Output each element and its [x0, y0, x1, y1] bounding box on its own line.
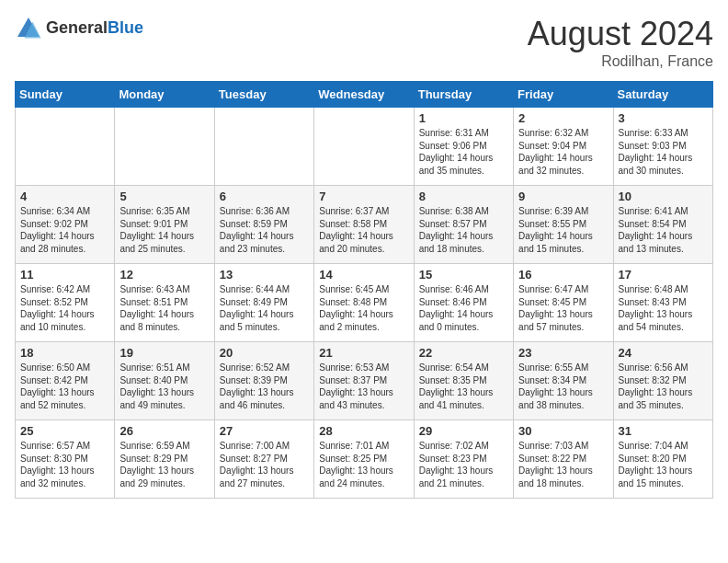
calendar-cell: 30Sunrise: 7:03 AM Sunset: 8:22 PM Dayli… — [514, 420, 613, 499]
day-content: Sunrise: 6:31 AM Sunset: 9:06 PM Dayligh… — [419, 127, 508, 177]
day-number: 17 — [619, 268, 708, 282]
calendar-cell: 15Sunrise: 6:46 AM Sunset: 8:46 PM Dayli… — [414, 264, 513, 342]
day-number: 18 — [20, 346, 109, 360]
day-number: 10 — [619, 190, 708, 203]
day-content: Sunrise: 6:33 AM Sunset: 9:03 PM Dayligh… — [619, 127, 708, 177]
calendar-cell: 11Sunrise: 6:42 AM Sunset: 8:52 PM Dayli… — [16, 264, 115, 342]
day-content: Sunrise: 7:01 AM Sunset: 8:25 PM Dayligh… — [319, 440, 408, 489]
location: Rodilhan, France — [528, 53, 713, 70]
day-number: 12 — [119, 268, 209, 282]
calendar-cell: 24Sunrise: 6:56 AM Sunset: 8:32 PM Dayli… — [613, 342, 712, 420]
logo-general: General — [46, 19, 108, 38]
calendar-cell — [214, 108, 313, 186]
day-content: Sunrise: 6:56 AM Sunset: 8:32 PM Dayligh… — [619, 362, 708, 411]
day-content: Sunrise: 6:32 AM Sunset: 9:04 PM Dayligh… — [518, 127, 608, 177]
calendar-cell: 21Sunrise: 6:53 AM Sunset: 8:37 PM Dayli… — [314, 342, 414, 420]
calendar-cell: 28Sunrise: 7:01 AM Sunset: 8:25 PM Dayli… — [314, 420, 414, 499]
calendar-cell: 26Sunrise: 6:59 AM Sunset: 8:29 PM Dayli… — [115, 420, 214, 499]
day-number: 9 — [518, 190, 608, 203]
day-content: Sunrise: 6:39 AM Sunset: 8:55 PM Dayligh… — [518, 205, 608, 255]
day-number: 31 — [619, 424, 708, 438]
calendar-table: SundayMondayTuesdayWednesdayThursdayFrid… — [15, 81, 713, 499]
day-number: 2 — [518, 111, 608, 125]
day-number: 6 — [220, 190, 309, 203]
day-number: 5 — [119, 190, 209, 203]
day-number: 27 — [220, 424, 309, 438]
logo-blue: Blue — [108, 19, 143, 38]
days-header-row: SundayMondayTuesdayWednesdayThursdayFrid… — [16, 82, 713, 108]
day-header-thursday: Thursday — [414, 82, 513, 108]
day-number: 28 — [319, 424, 408, 438]
day-content: Sunrise: 6:48 AM Sunset: 8:43 PM Dayligh… — [619, 283, 708, 333]
calendar-cell: 25Sunrise: 6:57 AM Sunset: 8:30 PM Dayli… — [16, 420, 115, 499]
day-number: 25 — [20, 424, 109, 438]
calendar-cell: 22Sunrise: 6:54 AM Sunset: 8:35 PM Dayli… — [414, 342, 513, 420]
day-number: 7 — [319, 190, 408, 203]
calendar-cell: 10Sunrise: 6:41 AM Sunset: 8:54 PM Dayli… — [613, 186, 712, 264]
day-number: 20 — [220, 346, 309, 360]
calendar-week-2: 4Sunrise: 6:34 AM Sunset: 9:02 PM Daylig… — [16, 186, 713, 264]
day-content: Sunrise: 7:04 AM Sunset: 8:20 PM Dayligh… — [619, 440, 708, 489]
calendar-cell: 7Sunrise: 6:37 AM Sunset: 8:58 PM Daylig… — [314, 186, 414, 264]
day-content: Sunrise: 6:50 AM Sunset: 8:42 PM Dayligh… — [20, 362, 109, 411]
calendar-cell: 6Sunrise: 6:36 AM Sunset: 8:59 PM Daylig… — [214, 186, 313, 264]
day-number: 13 — [220, 268, 309, 282]
calendar-cell — [16, 108, 115, 186]
day-content: Sunrise: 6:47 AM Sunset: 8:45 PM Dayligh… — [518, 283, 608, 333]
title-block: August 2024 Rodilhan, France — [528, 15, 713, 70]
day-number: 22 — [419, 346, 508, 360]
day-content: Sunrise: 7:00 AM Sunset: 8:27 PM Dayligh… — [220, 440, 309, 489]
day-number: 23 — [518, 346, 608, 360]
day-content: Sunrise: 6:41 AM Sunset: 8:54 PM Dayligh… — [619, 205, 708, 255]
day-content: Sunrise: 7:03 AM Sunset: 8:22 PM Dayligh… — [518, 440, 608, 489]
calendar-cell: 19Sunrise: 6:51 AM Sunset: 8:40 PM Dayli… — [115, 342, 214, 420]
day-number: 1 — [419, 111, 508, 125]
calendar-cell: 27Sunrise: 7:00 AM Sunset: 8:27 PM Dayli… — [214, 420, 313, 499]
calendar-cell: 2Sunrise: 6:32 AM Sunset: 9:04 PM Daylig… — [514, 108, 613, 186]
day-header-friday: Friday — [514, 82, 613, 108]
calendar-cell: 9Sunrise: 6:39 AM Sunset: 8:55 PM Daylig… — [514, 186, 613, 264]
day-header-wednesday: Wednesday — [314, 82, 414, 108]
day-content: Sunrise: 6:43 AM Sunset: 8:51 PM Dayligh… — [119, 283, 209, 333]
day-number: 14 — [319, 268, 408, 282]
calendar-cell: 23Sunrise: 6:55 AM Sunset: 8:34 PM Dayli… — [514, 342, 613, 420]
day-content: Sunrise: 6:44 AM Sunset: 8:49 PM Dayligh… — [220, 283, 309, 333]
month-year: August 2024 — [528, 15, 713, 53]
day-header-sunday: Sunday — [16, 82, 115, 108]
day-content: Sunrise: 6:38 AM Sunset: 8:57 PM Dayligh… — [419, 205, 508, 255]
calendar-cell: 17Sunrise: 6:48 AM Sunset: 8:43 PM Dayli… — [613, 264, 712, 342]
calendar-cell: 5Sunrise: 6:35 AM Sunset: 9:01 PM Daylig… — [115, 186, 214, 264]
day-content: Sunrise: 6:45 AM Sunset: 8:48 PM Dayligh… — [319, 283, 408, 333]
calendar-week-3: 11Sunrise: 6:42 AM Sunset: 8:52 PM Dayli… — [16, 264, 713, 342]
day-number: 21 — [319, 346, 408, 360]
calendar-cell — [115, 108, 214, 186]
day-header-tuesday: Tuesday — [214, 82, 313, 108]
calendar-cell: 8Sunrise: 6:38 AM Sunset: 8:57 PM Daylig… — [414, 186, 513, 264]
day-content: Sunrise: 7:02 AM Sunset: 8:23 PM Dayligh… — [419, 440, 508, 489]
calendar-week-1: 1Sunrise: 6:31 AM Sunset: 9:06 PM Daylig… — [16, 108, 713, 186]
day-content: Sunrise: 6:34 AM Sunset: 9:02 PM Dayligh… — [20, 205, 109, 255]
day-header-monday: Monday — [115, 82, 214, 108]
day-number: 11 — [20, 268, 109, 282]
logo: GeneralBlue — [15, 15, 143, 42]
day-number: 26 — [119, 424, 209, 438]
day-number: 8 — [419, 190, 508, 203]
day-content: Sunrise: 6:35 AM Sunset: 9:01 PM Dayligh… — [119, 205, 209, 255]
day-content: Sunrise: 6:55 AM Sunset: 8:34 PM Dayligh… — [518, 362, 608, 411]
calendar-week-4: 18Sunrise: 6:50 AM Sunset: 8:42 PM Dayli… — [16, 342, 713, 420]
day-number: 15 — [419, 268, 508, 282]
day-content: Sunrise: 6:59 AM Sunset: 8:29 PM Dayligh… — [119, 440, 209, 489]
logo-icon — [15, 15, 42, 42]
day-content: Sunrise: 6:54 AM Sunset: 8:35 PM Dayligh… — [419, 362, 508, 411]
day-content: Sunrise: 6:51 AM Sunset: 8:40 PM Dayligh… — [119, 362, 209, 411]
day-number: 30 — [518, 424, 608, 438]
day-content: Sunrise: 6:37 AM Sunset: 8:58 PM Dayligh… — [319, 205, 408, 255]
logo-text: GeneralBlue — [46, 19, 143, 38]
day-number: 16 — [518, 268, 608, 282]
calendar-cell: 4Sunrise: 6:34 AM Sunset: 9:02 PM Daylig… — [16, 186, 115, 264]
day-number: 4 — [20, 190, 109, 203]
calendar-cell: 18Sunrise: 6:50 AM Sunset: 8:42 PM Dayli… — [16, 342, 115, 420]
day-number: 19 — [119, 346, 209, 360]
calendar-cell — [314, 108, 414, 186]
calendar-cell: 16Sunrise: 6:47 AM Sunset: 8:45 PM Dayli… — [514, 264, 613, 342]
